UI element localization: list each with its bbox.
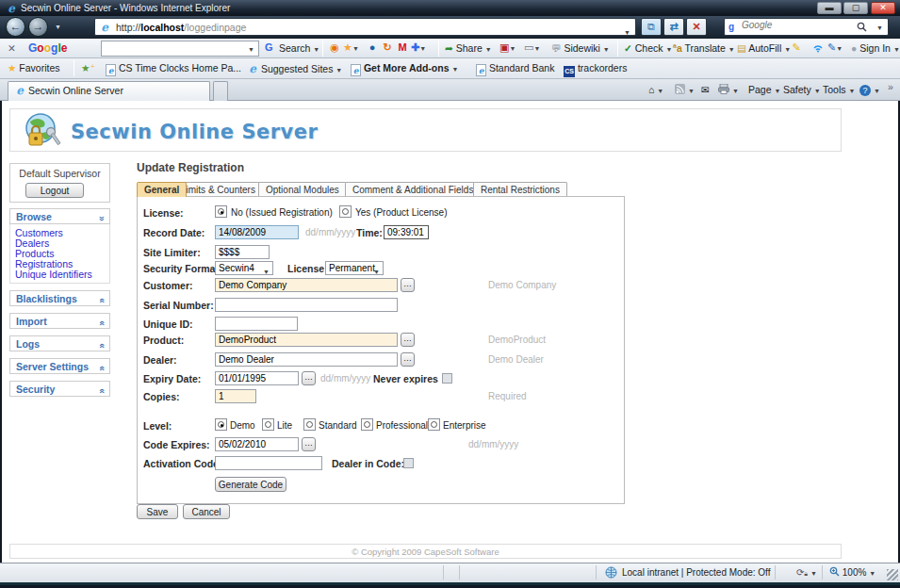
history-dropdown-icon[interactable]: ▼ xyxy=(55,24,61,30)
add-favorite-icon[interactable]: ★⁺ xyxy=(81,62,95,74)
address-bar[interactable]: e http://localhost/loggedinpage ▼ xyxy=(94,18,636,36)
time-input[interactable] xyxy=(384,225,429,239)
sidebar-link-registrations[interactable]: Registrations xyxy=(15,259,109,269)
search-magnifier-icon[interactable] xyxy=(857,22,867,32)
share-button[interactable]: ➦ Share ▼ xyxy=(445,42,492,54)
toolbar-search-input[interactable]: ▼ xyxy=(101,41,259,57)
dealer-lookup-button[interactable]: … xyxy=(401,352,415,367)
sidebar-section-logs[interactable]: Logs« xyxy=(9,335,110,351)
tab-limits-counters[interactable]: Limits & Counters xyxy=(173,182,263,197)
feeds-button[interactable]: ▼ xyxy=(675,84,695,95)
license-yes-radio[interactable] xyxy=(339,205,352,218)
favorite-item-get-more-addons[interactable]: e Get More Add-ons ▼ xyxy=(351,62,458,76)
zoom-control[interactable]: 100% ▼ xyxy=(829,566,875,578)
cancel-button[interactable]: Cancel xyxy=(183,504,230,519)
toolbar-search-dropdown-icon[interactable]: ▼ xyxy=(248,46,254,53)
serial-number-input[interactable] xyxy=(215,298,398,312)
level-lite-radio[interactable] xyxy=(262,418,274,431)
code-expires-input[interactable] xyxy=(215,437,299,451)
print-button[interactable]: ▼ xyxy=(718,84,739,95)
wifi-icon[interactable] xyxy=(812,41,826,53)
new-tab-stub[interactable] xyxy=(213,81,228,101)
gmail-icon[interactable]: M xyxy=(396,41,409,53)
add-gadget-icon[interactable]: ✚▼ xyxy=(411,41,424,54)
license-type-select[interactable]: Permanent▼ xyxy=(325,261,384,275)
toolbar-search-button[interactable]: Search ▼ xyxy=(279,42,319,54)
page-menu[interactable]: Page ▼ xyxy=(748,84,780,95)
product-input[interactable] xyxy=(215,333,398,347)
resize-grip[interactable] xyxy=(887,569,898,580)
recycle-icon[interactable]: ↻ xyxy=(381,41,394,54)
sidebar-section-server-settings[interactable]: Server Settings« xyxy=(9,358,110,374)
translate-button[interactable]: ªa Translate ▼ xyxy=(673,42,735,54)
refresh-button[interactable]: ⇄ xyxy=(663,18,684,36)
sidebar-link-unique-identifiers[interactable]: Unique Identifiers xyxy=(15,270,109,279)
tab-optional-modules[interactable]: Optional Modules xyxy=(258,182,347,197)
protected-mode-icon[interactable]: ⟳🔒︎ ▼ xyxy=(796,567,817,578)
compatibility-view-button[interactable]: ⧉ xyxy=(641,18,662,36)
sidewiki-button[interactable]: 💬︎ Sidewiki ▼ xyxy=(551,42,610,54)
bookmarks-icon[interactable]: ★▼ xyxy=(343,41,356,54)
expiry-date-calendar-button[interactable]: … xyxy=(302,371,316,385)
activation-code-input[interactable] xyxy=(215,456,322,470)
product-lookup-button[interactable]: … xyxy=(401,333,415,347)
safety-menu[interactable]: Safety ▼ xyxy=(783,84,821,95)
license-no-radio[interactable] xyxy=(215,205,227,218)
stop-button[interactable]: ✕ xyxy=(686,18,707,36)
favorite-item-trackorders[interactable]: CS trackorders xyxy=(564,62,627,77)
minimize-button[interactable]: ▬ xyxy=(817,2,842,14)
sidebar-section-blacklistings[interactable]: Blacklistings« xyxy=(9,290,110,306)
unique-id-input[interactable] xyxy=(215,317,298,331)
home-button[interactable]: ⌂ ▼ xyxy=(648,84,663,95)
check-button[interactable]: ✓ Check ▼ xyxy=(624,42,672,54)
level-professional-radio[interactable] xyxy=(361,418,373,431)
favorites-button[interactable]: ★ Favorites xyxy=(8,62,60,74)
dealer-in-code-checkbox[interactable] xyxy=(403,458,414,468)
favorite-item-cs-time-clocks[interactable]: e CS Time Clocks Home Pa... xyxy=(106,62,241,76)
copies-input[interactable] xyxy=(215,389,256,403)
tab-rental-restrictions[interactable]: Rental Restrictions xyxy=(473,182,567,197)
expiry-date-input[interactable] xyxy=(215,371,299,385)
overflow-chevron-icon[interactable]: » xyxy=(888,81,893,92)
sidebar-link-customers[interactable]: Customers xyxy=(15,228,109,237)
popup-blocker-icon[interactable]: ▭▼ xyxy=(524,41,537,54)
level-demo-radio[interactable] xyxy=(215,418,227,431)
pagerank-icon[interactable]: ◉ xyxy=(328,41,341,54)
tools-menu[interactable]: Tools ▼ xyxy=(823,84,855,95)
back-button[interactable]: ← xyxy=(6,17,25,37)
web-history-icon[interactable]: ● xyxy=(366,41,379,53)
toolbar-options-icon[interactable]: ✎▼ xyxy=(827,41,841,54)
favorite-item-standard-bank[interactable]: e Standard Bank xyxy=(476,62,554,76)
logout-button[interactable]: Logout xyxy=(25,183,84,198)
snapshot-icon[interactable]: ▣▼ xyxy=(499,41,513,54)
sidebar-section-browse[interactable]: Browse« xyxy=(9,208,110,224)
toolbar-close-icon[interactable]: ✕ xyxy=(8,42,16,54)
generate-code-button[interactable]: Generate Code xyxy=(215,477,286,492)
site-limiter-input[interactable] xyxy=(215,245,270,259)
highlighter-icon[interactable]: ✎ xyxy=(790,41,803,54)
search-box[interactable]: g ▼ xyxy=(724,18,889,36)
tab-comment-additional-fields[interactable]: Comment & Additional Fields xyxy=(345,182,481,197)
sidebar-link-products[interactable]: Products xyxy=(15,249,109,258)
help-button[interactable]: ? ▼ xyxy=(859,84,880,96)
customer-lookup-button[interactable]: … xyxy=(401,278,415,292)
level-standard-radio[interactable] xyxy=(303,418,316,431)
forward-button[interactable]: → xyxy=(28,17,48,37)
code-expires-calendar-button[interactable]: … xyxy=(302,437,316,451)
favorite-item-suggested-sites[interactable]: e Suggested Sites ▼ xyxy=(247,62,342,75)
autofill-button[interactable]: ▤ AutoFill ▼ xyxy=(737,42,791,54)
search-dropdown-icon[interactable]: ▼ xyxy=(876,24,883,31)
security-format-select[interactable]: Secwin4▼ xyxy=(215,261,273,275)
never-expires-checkbox[interactable] xyxy=(442,373,452,384)
dealer-input[interactable] xyxy=(215,352,398,367)
record-date-input[interactable] xyxy=(215,225,299,239)
close-button[interactable]: ✕ xyxy=(871,2,895,14)
read-mail-button[interactable]: ✉ xyxy=(701,84,710,95)
search-input[interactable] xyxy=(742,20,855,30)
level-enterprise-radio[interactable] xyxy=(428,418,440,431)
sidebar-section-import[interactable]: Import« xyxy=(9,313,110,329)
tab-general[interactable]: General xyxy=(137,182,187,197)
customer-input[interactable] xyxy=(215,278,398,292)
save-button[interactable]: Save xyxy=(137,504,178,519)
sidebar-link-dealers[interactable]: Dealers xyxy=(15,238,109,248)
